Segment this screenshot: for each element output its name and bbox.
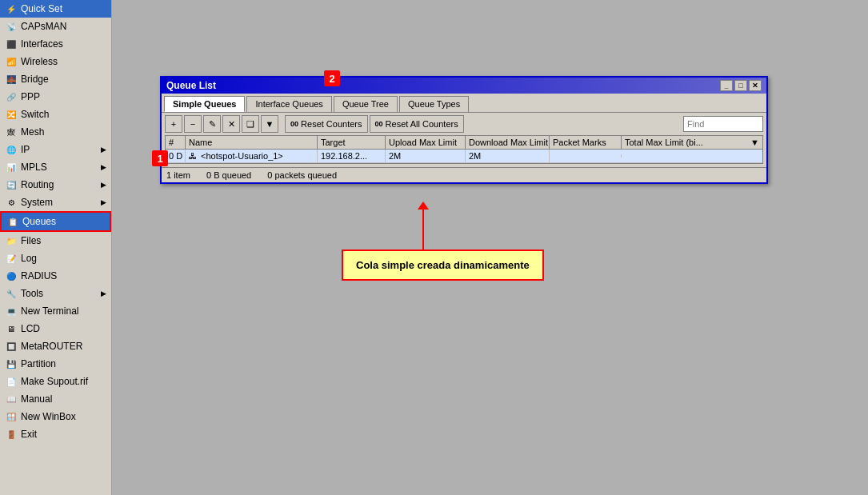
- reset-counters-button[interactable]: 00 Reset Counters: [285, 115, 368, 133]
- cell-name: 🖧 <hotspot-Usuario_1>: [186, 150, 318, 162]
- toolbar: + − ✎ ✕ ❑ ▼ 00 Reset Counters 00 Reset A…: [162, 112, 766, 135]
- sidebar-item-wireless[interactable]: 📶 Wireless: [0, 53, 111, 70]
- interfaces-icon: ⬛: [5, 38, 18, 50]
- sidebar-item-new-winbox[interactable]: 🪟 New WinBox: [0, 408, 111, 425]
- sidebar-label: MetaROUTER: [21, 341, 82, 352]
- sidebar-label: Bridge: [21, 74, 49, 85]
- tab-queue-tree[interactable]: Queue Tree: [334, 96, 398, 112]
- sidebar-item-ip[interactable]: 🌐 IP ▶: [0, 141, 111, 158]
- reset-all-counters-label: Reset All Counters: [386, 119, 458, 129]
- window-titlebar: Queue List _ □ ✕: [162, 78, 766, 94]
- sidebar-item-routing[interactable]: 🔄 Routing ▶: [0, 176, 111, 194]
- ppp-icon: 🔗: [5, 90, 18, 103]
- sidebar-item-interfaces[interactable]: ⬛ Interfaces: [0, 35, 111, 53]
- switch-icon: 🔀: [5, 108, 18, 121]
- sidebar-item-ppp[interactable]: 🔗 PPP: [0, 88, 111, 106]
- sidebar-label: CAPsMAN: [21, 21, 66, 32]
- sidebar-label: System: [21, 197, 53, 208]
- sidebar-item-files[interactable]: 📁 Files: [0, 232, 111, 249]
- queues-icon: 📋: [6, 215, 19, 228]
- col-header-marks: Packet Marks: [550, 136, 622, 149]
- mpls-arrow-icon: ▶: [101, 163, 106, 171]
- edit-button[interactable]: ✎: [203, 115, 221, 133]
- status-queued-bytes: 0 B queued: [206, 170, 251, 180]
- tab-simple-queues[interactable]: Simple Queues: [164, 96, 245, 112]
- sidebar-item-log[interactable]: 📝 Log: [0, 249, 111, 267]
- col-header-target: Target: [318, 136, 386, 149]
- tab-queue-types[interactable]: Queue Types: [399, 96, 469, 112]
- sidebar-label: New WinBox: [21, 411, 76, 422]
- sidebar-label: IP: [21, 144, 30, 155]
- queue-list-window: Queue List _ □ ✕ Simple Queues Interface…: [160, 76, 768, 184]
- paste-button[interactable]: ❑: [242, 115, 259, 133]
- sidebar-item-new-terminal[interactable]: 💻 New Terminal: [0, 302, 111, 320]
- sidebar-label: LCD: [21, 323, 40, 334]
- sidebar-label: Quick Set: [21, 3, 62, 14]
- sidebar-item-bridge[interactable]: 🌉 Bridge: [0, 70, 111, 88]
- status-items: 1 item: [166, 170, 190, 180]
- reset-all-counters-button[interactable]: 00 Reset All Counters: [370, 115, 464, 133]
- sidebar-label: New Terminal: [21, 305, 78, 317]
- add-button[interactable]: +: [165, 115, 182, 133]
- sidebar-label: Switch: [21, 109, 49, 120]
- log-icon: 📝: [5, 252, 18, 265]
- sidebar: ⚡ Quick Set 📡 CAPsMAN ⬛ Interfaces 📶 Wir…: [0, 0, 112, 495]
- sidebar-item-queues[interactable]: 📋 Queues: [0, 211, 111, 232]
- sidebar-item-lcd[interactable]: 🖥 LCD: [0, 320, 111, 337]
- sidebar-label: Exit: [21, 429, 37, 440]
- cell-download: 2M: [466, 150, 550, 162]
- sidebar-item-mesh[interactable]: 🕸 Mesh: [0, 123, 111, 141]
- window-title: Queue List: [166, 80, 216, 91]
- sidebar-label: Make Supout.rif: [21, 376, 88, 387]
- col-header-download: Download Max Limit: [466, 136, 550, 149]
- sidebar-item-capsman[interactable]: 📡 CAPsMAN: [0, 18, 111, 35]
- table-header: # Name Target Upload Max Limit Download …: [166, 136, 762, 150]
- ip-icon: 🌐: [5, 143, 18, 156]
- table-row[interactable]: 0 D 🖧 <hotspot-Usuario_1> 192.168.2... 2…: [166, 150, 762, 163]
- files-icon: 📁: [5, 234, 18, 247]
- find-input[interactable]: [683, 116, 763, 132]
- minimize-button[interactable]: _: [720, 80, 733, 91]
- badge-2: 2: [324, 70, 340, 86]
- col-header-upload: Upload Max Limit: [386, 136, 466, 149]
- mpls-icon: 📊: [5, 161, 18, 174]
- col-header-num: #: [166, 136, 186, 149]
- table-container: # Name Target Upload Max Limit Download …: [165, 135, 763, 164]
- filter-button[interactable]: ▼: [261, 115, 278, 133]
- cell-name-value: <hotspot-Usuario_1>: [201, 151, 283, 161]
- terminal-icon: 💻: [5, 305, 18, 317]
- copy-button[interactable]: ✕: [222, 115, 240, 133]
- sidebar-label: Mesh: [21, 126, 44, 138]
- sidebar-item-partition[interactable]: 💾 Partition: [0, 355, 111, 373]
- close-button[interactable]: ✕: [749, 80, 762, 91]
- tabs-bar: Simple Queues Interface Queues Queue Tre…: [162, 94, 766, 112]
- cell-total: [622, 154, 762, 158]
- sidebar-label: Interfaces: [21, 38, 63, 50]
- sidebar-item-switch[interactable]: 🔀 Switch: [0, 106, 111, 123]
- sidebar-item-quick-set[interactable]: ⚡ Quick Set: [0, 0, 111, 18]
- sidebar-label: Tools: [21, 288, 43, 299]
- col-header-total: Total Max Limit (bi... ▼: [622, 136, 762, 149]
- radius-icon: 🔵: [5, 269, 18, 282]
- sidebar-item-system[interactable]: ⚙ System ▶: [0, 194, 111, 211]
- cell-upload: 2M: [386, 150, 466, 162]
- sidebar-item-tools[interactable]: 🔧 Tools ▶: [0, 285, 111, 302]
- routing-arrow-icon: ▶: [101, 181, 106, 189]
- sidebar-item-manual[interactable]: 📖 Manual: [0, 390, 111, 408]
- main-content: 1 2 Queue List _ □ ✕ Simple Queues Inter…: [112, 0, 868, 495]
- reset-counters-label: Reset Counters: [301, 119, 362, 129]
- system-arrow-icon: ▶: [101, 198, 106, 206]
- sidebar-item-mpls[interactable]: 📊 MPLS ▶: [0, 158, 111, 176]
- sidebar-item-metarouter[interactable]: 🔲 MetaROUTER: [0, 337, 111, 355]
- remove-button[interactable]: −: [184, 115, 202, 133]
- sidebar-label: Routing: [21, 179, 54, 190]
- tab-interface-queues[interactable]: Interface Queues: [246, 96, 331, 112]
- lcd-icon: 🖥: [5, 322, 18, 335]
- restore-button[interactable]: □: [734, 80, 747, 91]
- sidebar-item-radius[interactable]: 🔵 RADIUS: [0, 267, 111, 285]
- sidebar-label: Partition: [21, 358, 56, 369]
- sidebar-item-make-supout[interactable]: 📄 Make Supout.rif: [0, 373, 111, 390]
- quick-set-icon: ⚡: [5, 2, 18, 15]
- sidebar-item-exit[interactable]: 🚪 Exit: [0, 425, 111, 443]
- supout-icon: 📄: [5, 375, 18, 388]
